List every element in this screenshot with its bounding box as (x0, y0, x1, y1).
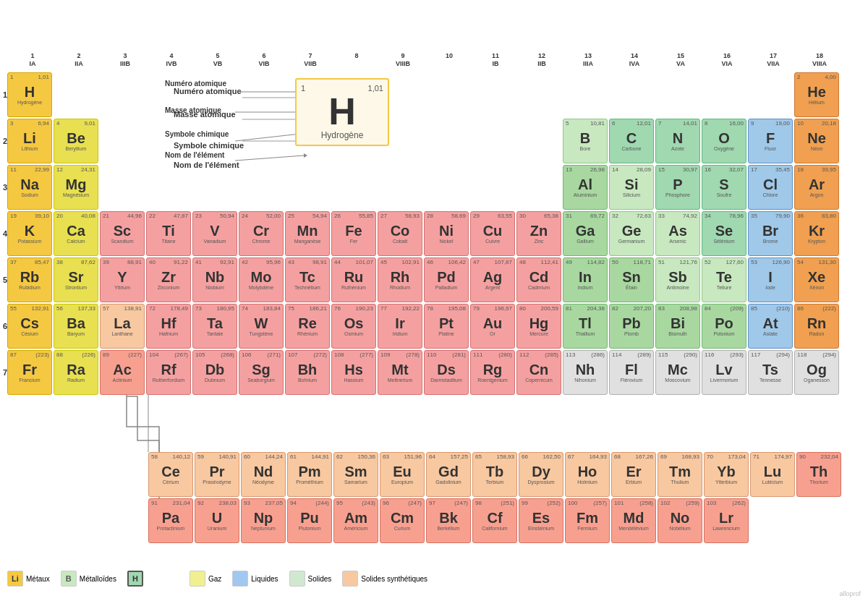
element-Ru[interactable]: 44101,07RuRuthénium (331, 257, 376, 302)
element-Se[interactable]: 3478,96SeSélénium (702, 211, 746, 256)
element-Rf[interactable]: 104(267)RfRutherfordium (146, 350, 191, 395)
element-Bh[interactable]: 107(272)BhBohrium (285, 350, 330, 395)
element-F[interactable]: 919,00FFluor (748, 119, 793, 163)
element-V[interactable]: 2350,94VVanadium (192, 211, 237, 256)
element-Og[interactable]: 118(294)OgOganesson (794, 350, 839, 395)
element-Md[interactable]: 101(258)MdMendélévium (611, 498, 656, 543)
element-Zn[interactable]: 3065,38ZnZinc (516, 211, 561, 256)
element-Nd[interactable]: 60144,24NdNéodyme (241, 452, 286, 497)
element-Tc[interactable]: 4398,91TcTechnétium (285, 257, 330, 302)
element-Yb[interactable]: 70173,04YbYtterbium (704, 452, 749, 497)
element-Cn[interactable]: 112(285)CnCopernicum (516, 350, 561, 395)
element-He[interactable]: 24,00HeHélium (794, 72, 839, 117)
element-Br[interactable]: 3579,90BrBrome (748, 211, 793, 256)
element-Tm[interactable]: 69168,93TmThulium (658, 452, 702, 497)
element-Mn[interactable]: 2554,94MnManganèse (285, 211, 330, 256)
element-Si[interactable]: 1428,09SiSilicium (609, 165, 654, 210)
element-Cf[interactable]: 98(251)CfCalifornium (472, 498, 517, 543)
element-Ds[interactable]: 110(281)DsDarmstadtium (424, 350, 469, 395)
element-Fl[interactable]: 114(289)FlFlérovium (609, 350, 654, 395)
element-Ac[interactable]: 89(227)AcActinium (100, 350, 145, 395)
element-Es[interactable]: 99(252)EsEinsteinium (519, 498, 563, 543)
element-Eu[interactable]: 63151,96EuEuropium (380, 452, 425, 497)
element-Sr[interactable]: 3887,62SrStrontium (54, 257, 98, 302)
element-U[interactable]: 92238,03UUranium (195, 498, 239, 543)
element-Ce[interactable]: 58140,12CeCérium (148, 452, 193, 497)
element-Te[interactable]: 52127,60TeTellure (702, 257, 746, 302)
element-Ra[interactable]: 88(226)RaRadium (54, 350, 98, 395)
element-Mt[interactable]: 109(278)MtMeitnerium (378, 350, 422, 395)
element-Gd[interactable]: 64157,25GdGadolinium (426, 452, 471, 497)
element-Rb[interactable]: 3785,47RbRubidium (7, 257, 52, 302)
element-P[interactable]: 1530,97PPhosphore (655, 165, 700, 210)
element-Nb[interactable]: 4192,91NbNiobium (192, 257, 237, 302)
element-Tl[interactable]: 81204,38TlThallium (563, 304, 608, 349)
element-Ca[interactable]: 2040,08CaCalcium (54, 211, 98, 256)
element-Er[interactable]: 68167,26ErErbium (611, 452, 656, 497)
element-Pd[interactable]: 46106,42PdPalladium (424, 257, 469, 302)
element-Mg[interactable]: 1224,31MgMagnésium (54, 165, 98, 210)
element-Ge[interactable]: 3272,63GeGermanium (609, 211, 654, 256)
element-Hs[interactable]: 108(277)HsHassium (331, 350, 376, 395)
element-Ir[interactable]: 77192,22IrIridium (378, 304, 422, 349)
element-Po[interactable]: 84(209)PoPolonium (702, 304, 746, 349)
element-I[interactable]: 53126,90IIode (748, 257, 793, 302)
element-Lr[interactable]: 103(262)LrLawrencium (704, 498, 749, 543)
element-Pu[interactable]: 94(244)PuPlutonium (287, 498, 332, 543)
element-Li[interactable]: 36,94LiLithium (7, 119, 52, 163)
element-Hg[interactable]: 80200,59HgMercure (516, 304, 561, 349)
element-K[interactable]: 1939,10KPotassium (7, 211, 52, 256)
element-Fe[interactable]: 2655,85FeFer (331, 211, 376, 256)
element-Rg[interactable]: 111(280)RgRoentgenium (470, 350, 515, 395)
element-Cu[interactable]: 2963,55CuCuivre (470, 211, 515, 256)
element-C[interactable]: 612,01CCarbone (609, 119, 654, 163)
element-Zr[interactable]: 4091,22ZrZirconium (146, 257, 191, 302)
element-Db[interactable]: 105(268)DbDubnium (192, 350, 237, 395)
element-Ar[interactable]: 1839,95ArArgon (794, 165, 839, 210)
element-At[interactable]: 85(210)AtAstate (748, 304, 793, 349)
element-Sb[interactable]: 51121,76SbAntimoine (655, 257, 700, 302)
element-Ni[interactable]: 2858,69NiNickel (424, 211, 469, 256)
element-As[interactable]: 3374,92AsArsenic (655, 211, 700, 256)
element-Ho[interactable]: 67164,93HoHolmium (565, 452, 610, 497)
element-Au[interactable]: 79196,97AuOr (470, 304, 515, 349)
element-Ga[interactable]: 3169,72GaGallium (563, 211, 608, 256)
element-Dy[interactable]: 66162,50DyDysprosium (519, 452, 563, 497)
element-Ts[interactable]: 117(294)TsTennesse (748, 350, 793, 395)
element-Cm[interactable]: 96(247)CmCurium (380, 498, 425, 543)
element-Lv[interactable]: 116(293)LvLivermorium (702, 350, 746, 395)
element-Ti[interactable]: 2247,87TiTitane (146, 211, 191, 256)
element-Be[interactable]: 49,01BeBeryllium (54, 119, 98, 163)
element-Pb[interactable]: 82207,20PbPlomb (609, 304, 654, 349)
element-No[interactable]: 102(259)NoNobélium (658, 498, 702, 543)
element-Sc[interactable]: 2144,96ScScandium (100, 211, 145, 256)
element-Lu[interactable]: 71174,97LuLutécium (750, 452, 795, 497)
element-Cd[interactable]: 48112,41CdCadmium (516, 257, 561, 302)
element-In[interactable]: 49114,82InIndium (563, 257, 608, 302)
element-Fr[interactable]: 87(223)FrFrancium (7, 350, 52, 395)
element-O[interactable]: 816,00OOxygène (702, 119, 746, 163)
element-Rh[interactable]: 45102,91RhRhodium (378, 257, 422, 302)
element-Np[interactable]: 93237,05NpNeptunium (241, 498, 286, 543)
element-Sm[interactable]: 62150,36SmSamarium (333, 452, 378, 497)
element-Mo[interactable]: 4295,96MoMolybdène (239, 257, 284, 302)
element-Sn[interactable]: 50118,71SnÉtain (609, 257, 654, 302)
element-Na[interactable]: 1122,99NaSodium (7, 165, 52, 210)
element-S[interactable]: 1632,07SSoufre (702, 165, 746, 210)
element-Al[interactable]: 1326,98AlAluminium (563, 165, 608, 210)
element-Xe[interactable]: 54131,30XeXénon (794, 257, 839, 302)
element-Nh[interactable]: 113(286)NhNihonium (563, 350, 608, 395)
element-Os[interactable]: 76190,23OsOsmium (331, 304, 376, 349)
element-Re[interactable]: 75186,21ReRhénium (285, 304, 330, 349)
element-N[interactable]: 714,01NAzote (655, 119, 700, 163)
element-Cl[interactable]: 1735,45ClChlore (748, 165, 793, 210)
element-Ta[interactable]: 73180,95TaTantale (192, 304, 237, 349)
element-Cs[interactable]: 55132,91CsCésium (7, 304, 52, 349)
element-Sg[interactable]: 106(271)SgSeaborgium (239, 350, 284, 395)
element-Ne[interactable]: 1020,18NeNéon (794, 119, 839, 163)
element-Tb[interactable]: 65158,93TbTerbium (472, 452, 517, 497)
element-Hf[interactable]: 72178,49HfHafnium (146, 304, 191, 349)
element-Ba[interactable]: 56137,33BaBaryum (54, 304, 98, 349)
element-B[interactable]: 510,81BBore (563, 119, 608, 163)
element-Pr[interactable]: 59140,91PrPraséodyme (195, 452, 239, 497)
